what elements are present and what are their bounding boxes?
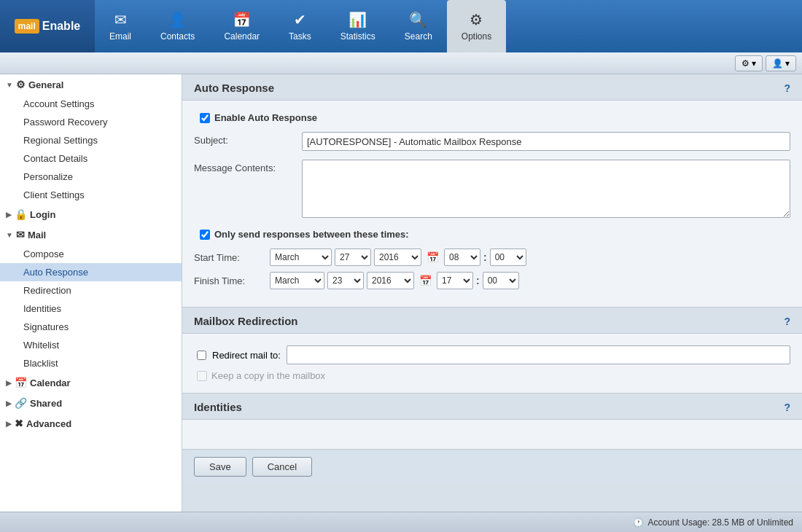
only-between-label: Only send responses between these times: xyxy=(214,229,409,240)
settings-toolbar-btn[interactable]: ⚙ ▾ xyxy=(735,55,763,71)
sidebar: ▼ ⚙ General Account Settings Password Re… xyxy=(0,74,182,512)
email-icon: ✉ xyxy=(114,11,127,28)
main-layout: ▼ ⚙ General Account Settings Password Re… xyxy=(0,74,802,512)
mailbox-redirection-section: Mailbox Redirection ? Redirect mail to: … xyxy=(182,308,802,393)
sidebar-item-whitelist[interactable]: Whitelist xyxy=(0,336,182,354)
finish-day-select[interactable]: 23 xyxy=(327,272,364,289)
cancel-button[interactable]: Cancel xyxy=(252,457,312,477)
sidebar-item-identities[interactable]: Identities xyxy=(0,300,182,318)
start-hour-select[interactable]: 08 xyxy=(444,249,480,266)
redirect-checkbox[interactable] xyxy=(197,351,206,360)
sidebar-group-shared: ▶ 🔗 Shared xyxy=(0,393,182,413)
enable-auto-response-label: Enable Auto Response xyxy=(214,112,317,123)
calendar-group-icon: 📅 xyxy=(15,377,27,388)
nav-email[interactable]: ✉ Email xyxy=(95,0,146,52)
general-group-label: General xyxy=(28,79,63,90)
finish-month-select[interactable]: March JanuaryFebruaryApril xyxy=(270,272,324,289)
settings-toolbar-icon: ⚙ xyxy=(741,58,750,69)
sidebar-group-mail-header[interactable]: ▼ ✉ Mail xyxy=(0,224,182,245)
nav-statistics[interactable]: 📊 Statistics xyxy=(326,0,390,52)
advanced-arrow-icon: ▶ xyxy=(6,420,12,428)
mailbox-redirection-help[interactable]: ? xyxy=(784,316,790,327)
nav-contacts-label: Contacts xyxy=(160,31,195,42)
save-button[interactable]: Save xyxy=(194,457,246,477)
logo-area: mail Enable xyxy=(0,0,95,52)
general-group-icon: ⚙ xyxy=(16,79,26,90)
start-calendar-icon[interactable]: 📅 xyxy=(427,251,439,263)
user-toolbar-btn[interactable]: 👤 ▾ xyxy=(766,55,796,71)
copy-row: Keep a copy in the mailbox xyxy=(194,370,790,381)
nav-contacts[interactable]: 👤 Contacts xyxy=(146,0,209,52)
sidebar-item-personalize[interactable]: Personalize xyxy=(0,168,182,186)
advanced-group-icon: ✖ xyxy=(15,418,23,429)
message-control xyxy=(302,160,790,220)
login-arrow-icon: ▶ xyxy=(6,211,12,219)
sidebar-group-calendar-header[interactable]: ▶ 📅 Calendar xyxy=(0,372,182,393)
start-min-select[interactable]: 00153045 xyxy=(490,249,526,266)
options-icon: ⚙ xyxy=(470,11,483,28)
sidebar-item-password-recovery[interactable]: Password Recovery xyxy=(0,113,182,131)
start-time-row: Start Time: March JanuaryFebruaryApril M… xyxy=(194,249,790,266)
mail-group-icon: ✉ xyxy=(16,229,25,240)
finish-colon: : xyxy=(476,275,480,286)
auto-response-title: Auto Response xyxy=(194,82,274,94)
subject-input[interactable] xyxy=(302,132,790,151)
login-group-label: Login xyxy=(30,209,55,220)
only-between-checkbox[interactable] xyxy=(200,230,210,240)
nav-calendar[interactable]: 📅 Calendar xyxy=(209,0,274,52)
nav-options-label: Options xyxy=(462,31,491,42)
contacts-icon: 👤 xyxy=(168,11,187,28)
status-bar: 🕐 Account Usage: 28.5 MB of Unlimited xyxy=(0,512,802,532)
sidebar-item-redirection[interactable]: Redirection xyxy=(0,281,182,300)
sidebar-group-login-header[interactable]: ▶ 🔒 Login xyxy=(0,204,182,224)
sidebar-item-regional-settings[interactable]: Regional Settings xyxy=(0,131,182,149)
content-area: Auto Response ? Enable Auto Response Sub… xyxy=(182,74,802,512)
mail-arrow-icon: ▼ xyxy=(6,231,13,239)
sidebar-item-compose[interactable]: Compose xyxy=(0,245,182,263)
sidebar-item-auto-response[interactable]: Auto Response xyxy=(0,263,182,281)
sidebar-group-general-header[interactable]: ▼ ⚙ General xyxy=(0,74,182,95)
redirect-row: Redirect mail to: xyxy=(194,345,790,364)
nav-options[interactable]: ⚙ Options xyxy=(447,0,506,52)
identities-body xyxy=(182,420,802,449)
enable-auto-response-checkbox[interactable] xyxy=(200,113,210,123)
redirect-input[interactable] xyxy=(287,345,790,364)
sidebar-group-shared-header[interactable]: ▶ 🔗 Shared xyxy=(0,393,182,413)
copy-checkbox[interactable] xyxy=(197,371,207,381)
finish-min-select[interactable]: 00153045 xyxy=(483,272,519,289)
login-group-icon: 🔒 xyxy=(15,208,27,220)
sidebar-item-account-settings[interactable]: Account Settings xyxy=(0,95,182,113)
copy-label: Keep a copy in the mailbox xyxy=(211,370,325,381)
auto-response-body: Enable Auto Response Subject: Message Co… xyxy=(182,101,802,307)
sidebar-group-advanced: ▶ ✖ Advanced xyxy=(0,413,182,434)
identities-help[interactable]: ? xyxy=(784,402,790,413)
redirect-label: Redirect mail to: xyxy=(212,350,281,361)
only-between-row: Only send responses between these times: xyxy=(194,229,790,240)
sidebar-group-general: ▼ ⚙ General Account Settings Password Re… xyxy=(0,74,182,204)
calendar-nav-icon: 📅 xyxy=(233,11,251,28)
finish-year-select[interactable]: 201620152017 xyxy=(367,272,414,289)
settings-toolbar-arrow: ▾ xyxy=(752,58,756,69)
start-month-select[interactable]: March JanuaryFebruaryApril MayJuneJuly A… xyxy=(270,249,332,266)
sidebar-item-client-settings[interactable]: Client Settings xyxy=(0,186,182,204)
start-day-select[interactable]: 27 xyxy=(335,249,371,266)
finish-time-row: Finish Time: March JanuaryFebruaryApril … xyxy=(194,272,790,289)
sidebar-group-advanced-header[interactable]: ▶ ✖ Advanced xyxy=(0,413,182,434)
sidebar-item-blacklist[interactable]: Blacklist xyxy=(0,354,182,372)
sidebar-item-signatures[interactable]: Signatures xyxy=(0,318,182,336)
auto-response-help[interactable]: ? xyxy=(784,82,790,94)
nav-items: ✉ Email 👤 Contacts 📅 Calendar ✔ Tasks 📊 … xyxy=(95,0,802,52)
auto-response-section: Auto Response ? Enable Auto Response Sub… xyxy=(182,74,802,307)
toolbar-row: ⚙ ▾ 👤 ▾ xyxy=(0,52,802,74)
finish-hour-select[interactable]: 17 xyxy=(437,272,473,289)
nav-calendar-label: Calendar xyxy=(224,31,260,42)
sidebar-item-contact-details[interactable]: Contact Details xyxy=(0,149,182,168)
nav-tasks[interactable]: ✔ Tasks xyxy=(274,0,326,52)
start-year-select[interactable]: 201620152017 xyxy=(374,249,421,266)
message-textarea[interactable] xyxy=(302,160,790,218)
nav-search[interactable]: 🔍 Search xyxy=(390,0,447,52)
action-bar: Save Cancel xyxy=(182,449,802,484)
finish-calendar-icon[interactable]: 📅 xyxy=(419,275,432,286)
sidebar-group-mail: ▼ ✉ Mail Compose Auto Response Redirecti… xyxy=(0,224,182,372)
message-row: Message Contents: xyxy=(194,160,790,220)
